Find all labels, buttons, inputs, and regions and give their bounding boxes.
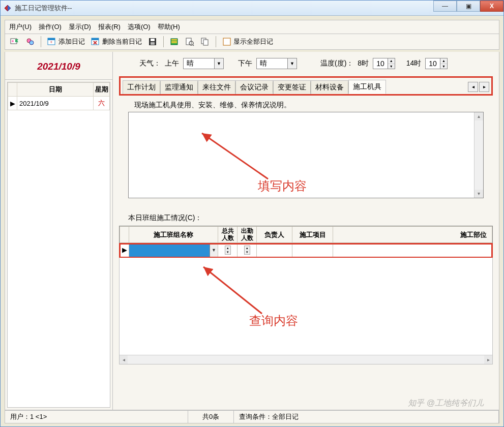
svg-rect-13 bbox=[171, 39, 177, 40]
tabs: 工作计划 监理通知 来往文件 会议记录 变更签证 材料设备 施工机具 ◂ ▸ bbox=[121, 78, 491, 94]
team-attend-cell[interactable]: ▴▾ bbox=[238, 243, 257, 257]
team-name-cell[interactable]: ▼ bbox=[129, 243, 218, 257]
tab-work-plan[interactable]: 工作计划 bbox=[123, 80, 160, 94]
col-leader: 负责人 bbox=[257, 227, 292, 243]
horizontal-scrollbar[interactable] bbox=[120, 355, 492, 364]
row-marker: ▶ bbox=[8, 97, 17, 110]
show-all-label: 显示全部日记 bbox=[233, 37, 273, 46]
svg-rect-8 bbox=[92, 38, 99, 40]
team-leader-cell[interactable] bbox=[257, 243, 292, 257]
svg-rect-11 bbox=[151, 42, 155, 45]
calendar-delete-icon bbox=[91, 37, 100, 46]
toolbar-icon-preview[interactable] bbox=[183, 36, 196, 47]
weekday-cell: 六 bbox=[94, 97, 110, 110]
menu-report[interactable]: 报表(R) bbox=[98, 22, 121, 32]
team-project-cell[interactable] bbox=[292, 243, 333, 257]
add-diary-button[interactable]: + 添加日记 bbox=[45, 36, 87, 47]
date-row[interactable]: ▶ 2021/10/9 六 bbox=[8, 97, 110, 110]
vertical-scrollbar[interactable] bbox=[474, 112, 483, 198]
temp1-spinner[interactable]: 10 ▲▼ bbox=[373, 58, 395, 69]
chevron-down-icon: ▼ bbox=[214, 58, 223, 69]
svg-rect-14 bbox=[171, 41, 177, 42]
svg-text:+: + bbox=[50, 40, 52, 45]
pm-weather-combo[interactable]: 晴 ▼ bbox=[256, 58, 297, 69]
col-date-header: 日期 bbox=[17, 83, 94, 97]
save-button[interactable] bbox=[146, 36, 159, 47]
app-window: 施工日记管理软件-- — ▣ X 用户(U) 操作(O) 显示(D) 报表(R)… bbox=[0, 0, 504, 427]
current-date: 2021/10/9 bbox=[5, 52, 112, 80]
calendar-add-icon: + bbox=[47, 37, 56, 46]
right-pane: 天气： 上午 晴 ▼ 下午 晴 ▼ 温度(度)： 8时 10 ▲▼ bbox=[113, 52, 499, 410]
annotation-query-text: 查询内容 bbox=[249, 313, 298, 329]
toolbar-icon-1[interactable] bbox=[8, 36, 21, 47]
toolbar-separator bbox=[41, 36, 41, 47]
status-user: 用户：1 <1> bbox=[5, 411, 188, 423]
delete-current-button[interactable]: 删除当前日记 bbox=[89, 36, 144, 47]
menu-display[interactable]: 显示(D) bbox=[69, 22, 91, 32]
temp2-spinner[interactable]: 10 ▲▼ bbox=[425, 58, 448, 69]
time1-label: 8时 bbox=[358, 59, 369, 68]
temp1-value: 10 bbox=[373, 59, 388, 68]
menubar: 用户(U) 操作(O) 显示(D) 报表(R) 选项(O) 帮助(H) bbox=[5, 20, 499, 34]
tab-scroll-right[interactable]: ▸ bbox=[479, 82, 489, 92]
svg-rect-10 bbox=[151, 39, 155, 41]
tabs-highlight-box: 工作计划 监理通知 来往文件 会议记录 变更签证 材料设备 施工机具 ◂ ▸ bbox=[119, 76, 493, 96]
svg-point-1 bbox=[12, 40, 14, 42]
tab-scroll-left[interactable]: ◂ bbox=[468, 82, 478, 92]
toolbar-icon-2[interactable] bbox=[23, 36, 37, 47]
col-total: 总共人数 bbox=[218, 227, 238, 243]
team-section-label: 本日班组施工情况(C)： bbox=[119, 203, 493, 226]
description-textarea[interactable] bbox=[128, 112, 484, 198]
tab-meeting[interactable]: 会议记录 bbox=[235, 80, 273, 94]
chevron-down-icon: ▼ bbox=[210, 243, 218, 257]
body: 2021/10/9 日期 星期 ▶ 2021/10/9 六 bbox=[5, 52, 499, 410]
checkbox-empty-icon bbox=[222, 37, 231, 46]
tab-documents[interactable]: 来往文件 bbox=[198, 80, 235, 94]
titlebar: 施工日记管理软件-- — ▣ X bbox=[1, 1, 503, 16]
toolbar-icon-copy[interactable] bbox=[198, 36, 212, 47]
date-cell: 2021/10/9 bbox=[17, 97, 94, 110]
row-marker-header bbox=[120, 227, 129, 243]
statusbar: 用户：1 <1> 共0条 查询条件：全部日记 bbox=[5, 410, 499, 423]
tab-machinery[interactable]: 施工机具 bbox=[348, 80, 386, 94]
col-part: 施工部位 bbox=[333, 227, 492, 243]
row-marker-header bbox=[8, 83, 17, 97]
window-controls: — ▣ X bbox=[433, 1, 503, 12]
show-all-button[interactable]: 显示全部日记 bbox=[220, 36, 275, 47]
team-part-cell[interactable] bbox=[333, 243, 492, 257]
menu-operate[interactable]: 操作(O) bbox=[39, 22, 62, 32]
description-heading: 现场施工机具使用、安装、维修、保养情况说明。 bbox=[121, 96, 491, 112]
toolbar-icon-book[interactable] bbox=[168, 36, 181, 47]
team-row[interactable]: ▶ ▼ ▴▾ ▴▾ bbox=[120, 243, 492, 257]
menu-help[interactable]: 帮助(H) bbox=[158, 22, 180, 32]
toolbar: + 添加日记 删除当前日记 显示全部日记 bbox=[5, 34, 499, 50]
am-weather-combo[interactable]: 晴 ▼ bbox=[183, 58, 224, 69]
minimize-button[interactable]: — bbox=[433, 1, 457, 12]
close-button[interactable]: X bbox=[480, 1, 503, 12]
col-team-name: 施工班组名称 bbox=[129, 227, 218, 243]
menu-options[interactable]: 选项(O) bbox=[128, 22, 151, 32]
tab-change[interactable]: 变更签证 bbox=[273, 80, 311, 94]
status-count: 共0条 bbox=[188, 411, 234, 423]
col-project: 施工项目 bbox=[292, 227, 333, 243]
maximize-button[interactable]: ▣ bbox=[457, 1, 480, 12]
magnify-page-icon bbox=[185, 37, 194, 46]
delete-current-label: 删除当前日记 bbox=[102, 37, 142, 46]
am-label: 上午 bbox=[165, 59, 179, 68]
tab-supervision[interactable]: 监理通知 bbox=[160, 80, 198, 94]
team-total-cell[interactable]: ▴▾ bbox=[218, 243, 238, 257]
toolbar-separator bbox=[216, 36, 216, 47]
copy-icon bbox=[200, 37, 210, 46]
window-title: 施工日记管理软件-- bbox=[15, 4, 72, 13]
weather-label: 天气： bbox=[139, 59, 161, 68]
date-grid: 日期 星期 ▶ 2021/10/9 六 bbox=[7, 82, 110, 408]
tab-scroll: ◂ ▸ bbox=[468, 82, 489, 92]
floppy-icon bbox=[148, 37, 157, 46]
app-icon bbox=[4, 4, 12, 12]
col-attend: 出勤人数 bbox=[238, 227, 257, 243]
book-icon bbox=[170, 37, 179, 46]
team-table: 施工班组名称 总共人数 出勤人数 负责人 施工项目 施工部位 ▶ ▼ ▴▾ ▴▾ bbox=[119, 226, 493, 258]
tab-materials[interactable]: 材料设备 bbox=[311, 80, 348, 94]
menu-user[interactable]: 用户(U) bbox=[9, 22, 32, 32]
pm-label: 下午 bbox=[238, 59, 252, 68]
